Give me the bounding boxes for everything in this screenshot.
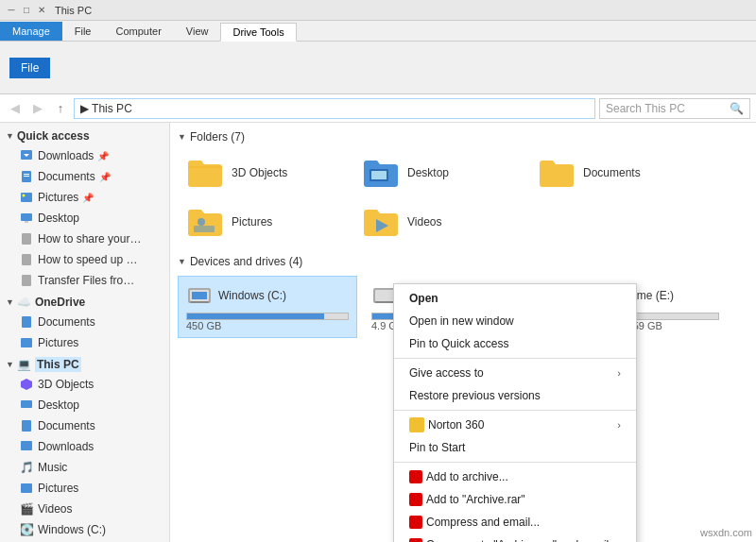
minimize-icon[interactable]: ─ (6, 5, 17, 16)
doc2-icon (19, 418, 34, 433)
quick-access-arrow: ▼ (6, 131, 14, 141)
norton-icon (409, 417, 424, 432)
documents-icon (19, 169, 34, 184)
file-icon (19, 231, 34, 246)
sidebar-docs2[interactable]: Documents (0, 415, 169, 436)
title-bar-icons: ─ □ ✕ (6, 5, 47, 16)
pin-icon3: 📌 (82, 193, 94, 203)
download-icon (19, 148, 34, 163)
sidebar-windows-c[interactable]: 💽 Windows (C:) (0, 519, 169, 540)
tab-view[interactable]: View (174, 22, 221, 41)
svg-rect-4 (24, 176, 29, 177)
svg-rect-18 (21, 483, 32, 493)
sidebar-3dobjects[interactable]: 3D Objects (0, 374, 169, 395)
quick-access-label: Quick access (17, 129, 90, 143)
up-button[interactable]: ↑ (51, 99, 70, 118)
od-pic-icon (19, 335, 34, 350)
svg-rect-5 (21, 193, 32, 202)
svg-point-21 (198, 218, 205, 226)
sidebar-item-documents[interactable]: Documents 📌 (0, 166, 169, 187)
pic2-icon (19, 481, 34, 496)
ctx-sep1 (394, 358, 636, 359)
tab-computer[interactable]: Computer (104, 22, 174, 41)
desk2-icon (19, 398, 34, 413)
back-button[interactable]: ◀ (6, 99, 25, 118)
svg-rect-22 (194, 226, 215, 232)
this-pc-section: ▼ 💻 This PC 3D Objects Desktop (0, 355, 169, 542)
ctx-add-archive[interactable]: Add to archive... (394, 466, 636, 488)
ctx-pin-quick[interactable]: Pin to Quick access (394, 332, 636, 355)
close-icon[interactable]: ✕ (36, 5, 47, 16)
this-pc-label: This PC (35, 357, 81, 372)
folder-3dobjects[interactable]: 3D Objects (178, 151, 348, 195)
svg-rect-11 (22, 275, 31, 286)
address-path[interactable]: ▶ This PC (74, 98, 595, 119)
drives-header[interactable]: ▼ Devices and drives (4) (178, 255, 748, 268)
content-area: ▼ Folders (7) 3D Objects Desktop (170, 123, 756, 542)
ctx-add-archive-rar[interactable]: Add to "Archive.rar" (394, 488, 636, 511)
ctx-give-access[interactable]: Give access to › (394, 362, 636, 384)
pictures-icon (19, 190, 34, 205)
sidebar-item-desktop[interactable]: Desktop (0, 208, 169, 229)
svg-rect-26 (192, 292, 207, 299)
this-pc-header[interactable]: ▼ 💻 This PC (0, 355, 169, 374)
context-menu: Open Open in new window Pin to Quick acc… (393, 283, 637, 542)
drive-windows-c[interactable]: Windows (C:) 450 GB (178, 276, 357, 338)
svg-rect-30 (375, 301, 394, 303)
dl2-icon (19, 439, 34, 454)
sidebar-videos[interactable]: 🎬 Videos (0, 499, 169, 519)
sidebar-music[interactable]: 🎵 Music (0, 457, 169, 478)
rar4-icon (409, 538, 422, 542)
folder-3d-icon (186, 156, 224, 190)
quick-access-section: ▼ Quick access Downloads 📌 Documents 📌 (0, 127, 169, 291)
music-icon: 🎵 (19, 460, 34, 475)
search-box[interactable]: Search This PC 🔍 (599, 98, 750, 119)
onedrive-arrow: ▼ (6, 297, 14, 307)
ctx-pin-start[interactable]: Pin to Start (394, 436, 636, 459)
folder-pictures-icon (186, 205, 224, 239)
folder-videos[interactable]: Videos (353, 200, 524, 244)
sidebar-downloads2[interactable]: Downloads (0, 436, 169, 457)
forward-button[interactable]: ▶ (28, 99, 47, 118)
sidebar-item-file3[interactable]: Transfer Files from A... (0, 270, 169, 291)
tab-drive-tools[interactable]: Drive Tools (220, 23, 296, 42)
quick-access-header[interactable]: ▼ Quick access (0, 127, 169, 145)
folder-desktop[interactable]: Desktop (353, 151, 524, 195)
rar1-icon (409, 470, 422, 483)
maximize-icon[interactable]: □ (21, 5, 32, 16)
sidebar-desktop2[interactable]: Desktop (0, 395, 169, 415)
svg-rect-3 (24, 174, 29, 175)
ctx-norton360[interactable]: Norton 360 › (394, 414, 636, 436)
folders-grid: 3D Objects Desktop Documents (178, 151, 748, 244)
watermark: wsxdn.com (700, 527, 752, 538)
pin-icon: 📌 (97, 151, 109, 161)
file2-icon (19, 252, 34, 267)
ctx-open-new-window[interactable]: Open in new window (394, 310, 636, 332)
rar3-icon (409, 516, 422, 529)
folder-documents[interactable]: Documents (529, 151, 699, 195)
tab-manage[interactable]: Manage (0, 22, 62, 41)
ctx-restore-versions[interactable]: Restore previous versions (394, 384, 636, 407)
onedrive-header[interactable]: ▼ ☁️ OneDrive (0, 293, 169, 312)
ctx-open[interactable]: Open (394, 287, 636, 310)
video-icon: 🎬 (19, 501, 34, 517)
svg-rect-29 (375, 290, 394, 301)
ctx-compress-email[interactable]: Compress and email... (394, 511, 636, 534)
ribbon-file-btn[interactable]: File (9, 58, 50, 78)
ctx-sep2 (394, 410, 636, 411)
ctx-compress-rar-email[interactable]: Compress to "Archive.rar" and email (394, 534, 636, 542)
onedrive-icon: ☁️ (17, 296, 31, 309)
title-text: This PC (55, 5, 92, 16)
sidebar-item-file1[interactable]: How to share your b... (0, 229, 169, 249)
sidebar-item-pictures[interactable]: Pictures 📌 (0, 187, 169, 208)
folders-header[interactable]: ▼ Folders (7) (178, 130, 748, 144)
sidebar-item-file2[interactable]: How to speed up a... (0, 249, 169, 270)
sidebar-onedrive-documents[interactable]: Documents (0, 312, 169, 332)
sidebar-item-downloads[interactable]: Downloads 📌 (0, 145, 169, 166)
folder-pictures[interactable]: Pictures (178, 200, 348, 244)
sidebar-onedrive-pictures[interactable]: Pictures (0, 332, 169, 353)
svg-rect-16 (22, 420, 31, 432)
sidebar-pictures2[interactable]: Pictures (0, 478, 169, 499)
tab-file[interactable]: File (62, 22, 104, 41)
svg-rect-9 (22, 233, 31, 245)
